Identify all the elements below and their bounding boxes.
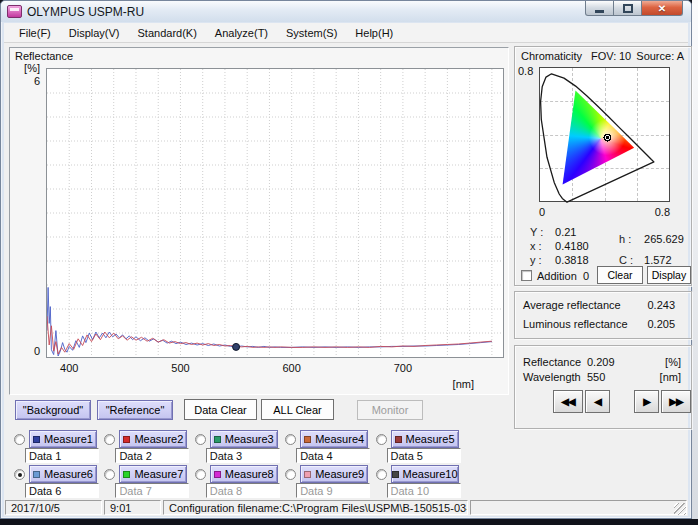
display-button[interactable]: Display	[647, 266, 691, 284]
measure-data-input-measure9[interactable]	[296, 483, 370, 498]
y-axis-max-label: 6	[16, 75, 40, 87]
measure-cell: Measure2	[99, 428, 189, 463]
measure-color-icon	[392, 471, 399, 478]
cie-x-axis-min: 0	[539, 206, 545, 218]
data-clear-button[interactable]: Data Clear	[184, 399, 257, 420]
measure-color-icon	[304, 436, 311, 443]
menu-display[interactable]: Display(V)	[60, 24, 129, 42]
measure-radio-measure3[interactable]	[195, 434, 206, 445]
measure-button-measure1[interactable]: Measure1	[29, 430, 97, 448]
measure-radio-measure8[interactable]	[195, 469, 206, 480]
measure-color-icon	[123, 471, 130, 478]
reference-button[interactable]: "Reference"	[97, 400, 173, 420]
measure-button-measure9[interactable]: Measure9	[300, 465, 368, 483]
measure-cell: Measure9	[280, 463, 370, 498]
average-reflectance-label: Average reflectance	[523, 299, 621, 311]
status-empty	[470, 500, 687, 515]
menu-help[interactable]: Help(H)	[346, 24, 402, 42]
value-row-C: C : 1.572	[619, 254, 672, 266]
cie-x-axis-labels: 0 0.8	[539, 206, 670, 218]
measure-data-input-measure4[interactable]	[296, 448, 370, 463]
average-reflectance-value: 0.243	[633, 299, 675, 311]
wavelength-nav: ◀◀ ◀ ▶ ▶▶	[553, 390, 691, 413]
measure-data-input-measure3[interactable]	[206, 448, 280, 463]
measure-button-label: Measure10	[403, 468, 458, 480]
spectrum-plot[interactable]	[46, 68, 504, 358]
measure-data-input-measure1[interactable]	[25, 448, 99, 463]
measure-radio-measure10[interactable]	[376, 469, 387, 480]
resize-grip[interactable]	[674, 503, 686, 515]
measure-data-input-measure2[interactable]	[115, 448, 189, 463]
menu-system[interactable]: System(S)	[277, 24, 346, 42]
step-forward-button[interactable]: ▶	[634, 390, 659, 413]
x-tick-label: 400	[54, 362, 84, 374]
caption-buttons: ✕	[585, 1, 683, 16]
close-button[interactable]: ✕	[642, 1, 683, 16]
screen: OLYMPUS USPM-RU ✕ File(F) Display(V) Sta…	[0, 0, 698, 525]
measure-button-measure5[interactable]: Measure5	[391, 430, 459, 448]
minimize-icon	[595, 10, 604, 13]
fast-forward-button[interactable]: ▶▶	[661, 390, 691, 413]
measure-button-label: Measure6	[44, 468, 93, 480]
background-button[interactable]: "Backgroud"	[15, 400, 91, 420]
clear-button[interactable]: Clear	[597, 266, 643, 284]
step-back-button[interactable]: ◀	[585, 390, 610, 413]
measure-button-measure8[interactable]: Measure8	[210, 465, 278, 483]
measure-button-measure10[interactable]: Measure10	[391, 465, 459, 483]
luminous-reflectance-value: 0.205	[633, 318, 675, 330]
fov-label: FOV:	[591, 50, 616, 62]
x-axis-unit: [nm]	[453, 378, 474, 390]
maximize-button[interactable]	[614, 1, 642, 16]
measure-radio-measure7[interactable]	[104, 469, 115, 480]
measure-data-input-measure6[interactable]	[25, 483, 99, 498]
value-y: 0.3818	[555, 254, 589, 266]
measure-radio-measure6[interactable]	[14, 469, 25, 480]
measure-color-icon	[123, 436, 130, 443]
measure-button-measure4[interactable]: Measure4	[300, 430, 368, 448]
measure-color-icon	[214, 436, 221, 443]
measure-data-input-measure8[interactable]	[206, 483, 280, 498]
measure-radio-measure4[interactable]	[285, 434, 296, 445]
value-x: 0.4180	[555, 240, 589, 252]
measure-button-label: Measure7	[134, 468, 183, 480]
measure-button-measure6[interactable]: Measure6	[29, 465, 97, 483]
menu-analyze[interactable]: Analyze(T)	[206, 24, 277, 42]
measure-data-input-measure5[interactable]	[387, 448, 461, 463]
all-clear-button[interactable]: ALL Clear	[261, 399, 334, 420]
reflectance-summary-box: Average reflectance 0.243 Luminous refle…	[514, 291, 692, 339]
menu-standard[interactable]: Standard(K)	[129, 24, 206, 42]
measure-button-measure3[interactable]: Measure3	[210, 430, 278, 448]
menu-bar: File(F) Display(V) Standard(K) Analyze(T…	[4, 23, 688, 43]
rewind-button[interactable]: ◀◀	[553, 390, 583, 413]
measure-button-measure7[interactable]: Measure7	[119, 465, 187, 483]
measure-radio-measure2[interactable]	[104, 434, 115, 445]
measure-radio-measure1[interactable]	[14, 434, 25, 445]
measure-data-input-measure10[interactable]	[387, 483, 461, 498]
measure-button-measure2[interactable]: Measure2	[119, 430, 187, 448]
addition-count: 0	[583, 270, 589, 282]
measure-radio-measure9[interactable]	[285, 469, 296, 480]
measure-button-label: Measure4	[315, 433, 364, 445]
app-icon	[7, 5, 22, 18]
measure-cell: Measure10	[371, 463, 461, 498]
close-icon: ✕	[658, 3, 666, 14]
measure-data-input-measure7[interactable]	[115, 483, 189, 498]
addition-checkbox[interactable]	[521, 270, 532, 281]
measure-color-icon	[33, 436, 40, 443]
cie-x-axis-max: 0.8	[655, 206, 670, 218]
menu-file[interactable]: File(F)	[10, 24, 60, 42]
measure-radio-measure5[interactable]	[376, 434, 387, 445]
value-C: 1.572	[644, 254, 672, 266]
measure-color-icon	[304, 471, 311, 478]
x-tick-label: 600	[277, 362, 307, 374]
measure-cell: Measure5	[371, 428, 461, 463]
app-window: OLYMPUS USPM-RU ✕ File(F) Display(V) Sta…	[0, 0, 692, 519]
cursor-reflectance-unit: [%]	[665, 356, 681, 368]
measure-color-icon	[214, 471, 221, 478]
measure-button-label: Measure8	[225, 468, 274, 480]
minimize-button[interactable]	[585, 1, 614, 16]
measure-button-label: Measure9	[315, 468, 364, 480]
measure-cell: Measure4	[280, 428, 370, 463]
value-h: 265.629	[644, 233, 684, 245]
x-tick-label: 500	[165, 362, 195, 374]
